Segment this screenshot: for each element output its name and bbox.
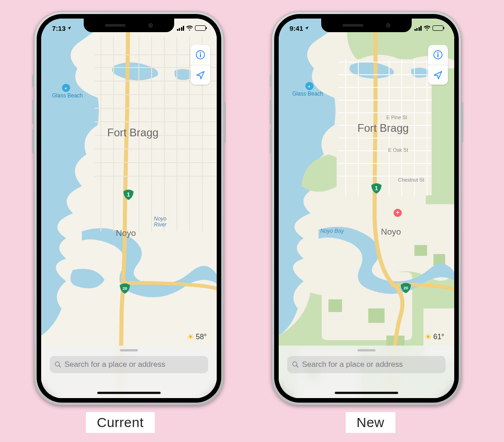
svg-rect-26 bbox=[437, 54, 438, 57]
battery-icon bbox=[433, 25, 443, 31]
earpiece bbox=[105, 24, 126, 27]
search-icon bbox=[292, 361, 299, 368]
search-input[interactable]: Search for a place or address bbox=[287, 356, 445, 373]
street-pine: E Pine St bbox=[386, 115, 407, 120]
drag-grabber[interactable] bbox=[120, 349, 138, 351]
info-button[interactable] bbox=[428, 45, 448, 65]
map-controls bbox=[190, 45, 210, 85]
river-label: NoyoRiver bbox=[154, 216, 166, 228]
hospital-poi-icon[interactable] bbox=[394, 209, 402, 217]
side-button bbox=[224, 102, 226, 143]
highway-shield-20: 20 bbox=[400, 282, 412, 294]
svg-rect-5 bbox=[200, 54, 201, 57]
weather-chip[interactable]: ☀︎ 58° bbox=[187, 333, 207, 341]
svg-text:1: 1 bbox=[375, 185, 378, 192]
temperature: 61° bbox=[433, 333, 444, 341]
front-camera bbox=[386, 23, 390, 28]
sun-icon: ☀︎ bbox=[187, 333, 194, 341]
info-icon bbox=[195, 50, 205, 60]
beach-poi-label[interactable]: Glass Beach bbox=[52, 92, 83, 99]
volume-up bbox=[32, 100, 34, 124]
device-frame: Glass Beach E Pine St Fort Bragg E Oak S… bbox=[271, 11, 461, 405]
highway-shield-1: 1 bbox=[371, 183, 382, 194]
ringer-switch bbox=[270, 75, 271, 87]
home-indicator[interactable] bbox=[335, 392, 398, 394]
town-label: Noyo bbox=[116, 228, 136, 238]
location-services-icon bbox=[304, 26, 309, 30]
svg-text:1: 1 bbox=[127, 192, 130, 198]
svg-rect-18 bbox=[368, 308, 385, 323]
cellular-signal-icon bbox=[414, 26, 422, 31]
map-controls bbox=[428, 45, 448, 85]
cellular-signal-icon bbox=[177, 26, 185, 31]
svg-rect-20 bbox=[328, 299, 342, 312]
screen: Glass Beach Fort Bragg Noyo NoyoRiver 1 … bbox=[41, 19, 217, 398]
wifi-icon bbox=[186, 25, 193, 31]
bay-label: Noyo Bay bbox=[320, 228, 344, 234]
clock: 7:13 bbox=[52, 24, 66, 32]
volume-down bbox=[32, 129, 34, 154]
location-arrow-icon bbox=[433, 70, 443, 80]
locate-button[interactable] bbox=[190, 65, 210, 85]
city-label: Fort Bragg bbox=[357, 122, 409, 135]
location-arrow-icon bbox=[195, 70, 205, 80]
locate-button[interactable] bbox=[428, 65, 448, 85]
notch bbox=[84, 19, 174, 32]
side-button bbox=[461, 102, 463, 143]
device-frame: Glass Beach Fort Bragg Noyo NoyoRiver 1 … bbox=[34, 11, 224, 405]
wifi-icon bbox=[423, 25, 431, 31]
ringer-switch bbox=[32, 75, 34, 87]
volume-up bbox=[270, 100, 271, 124]
info-icon bbox=[433, 50, 443, 60]
location-services-icon bbox=[67, 26, 71, 30]
weather-chip[interactable]: ☀︎ 61° bbox=[424, 333, 444, 341]
caption-new: New bbox=[346, 412, 395, 433]
bottom-panel[interactable]: Search for a place or address bbox=[279, 346, 454, 398]
highway-shield-20: 20 bbox=[119, 283, 131, 294]
svg-text:20: 20 bbox=[123, 286, 127, 291]
street-oak: E Oak St bbox=[388, 147, 408, 153]
clock: 9:41 bbox=[290, 24, 303, 32]
search-placeholder: Search for a place or address bbox=[64, 360, 165, 369]
beach-poi-icon[interactable] bbox=[305, 82, 314, 90]
beach-poi-icon[interactable] bbox=[62, 84, 70, 92]
temperature: 58° bbox=[196, 333, 207, 341]
svg-point-4 bbox=[200, 53, 201, 54]
svg-text:20: 20 bbox=[404, 286, 408, 290]
phone-new: Glass Beach E Pine St Fort Bragg E Oak S… bbox=[271, 11, 461, 405]
caption-current: Current bbox=[86, 412, 155, 433]
svg-point-25 bbox=[437, 53, 439, 54]
search-input[interactable]: Search for a place or address bbox=[50, 356, 208, 373]
drag-grabber[interactable] bbox=[357, 349, 376, 351]
screen: Glass Beach E Pine St Fort Bragg E Oak S… bbox=[279, 19, 454, 398]
notch bbox=[321, 19, 412, 32]
search-placeholder: Search for a place or address bbox=[302, 360, 403, 369]
beach-poi-label[interactable]: Glass Beach bbox=[292, 91, 323, 97]
sun-icon: ☀︎ bbox=[424, 333, 432, 341]
highway-shield-1: 1 bbox=[123, 189, 134, 201]
city-label: Fort Bragg bbox=[107, 126, 158, 139]
info-button[interactable] bbox=[190, 45, 210, 65]
home-indicator[interactable] bbox=[97, 392, 161, 394]
phone-current: Glass Beach Fort Bragg Noyo NoyoRiver 1 … bbox=[34, 11, 224, 405]
svg-line-7 bbox=[59, 365, 61, 367]
volume-down bbox=[270, 129, 271, 154]
svg-line-28 bbox=[296, 365, 298, 367]
search-icon bbox=[54, 361, 62, 368]
battery-icon bbox=[195, 25, 206, 31]
town-label: Noyo bbox=[381, 227, 401, 237]
svg-rect-16 bbox=[414, 245, 427, 256]
front-camera bbox=[148, 23, 153, 28]
street-chestnut: Chestnut St bbox=[398, 177, 424, 183]
earpiece bbox=[342, 24, 363, 27]
bottom-panel[interactable]: Search for a place or address bbox=[41, 346, 217, 398]
